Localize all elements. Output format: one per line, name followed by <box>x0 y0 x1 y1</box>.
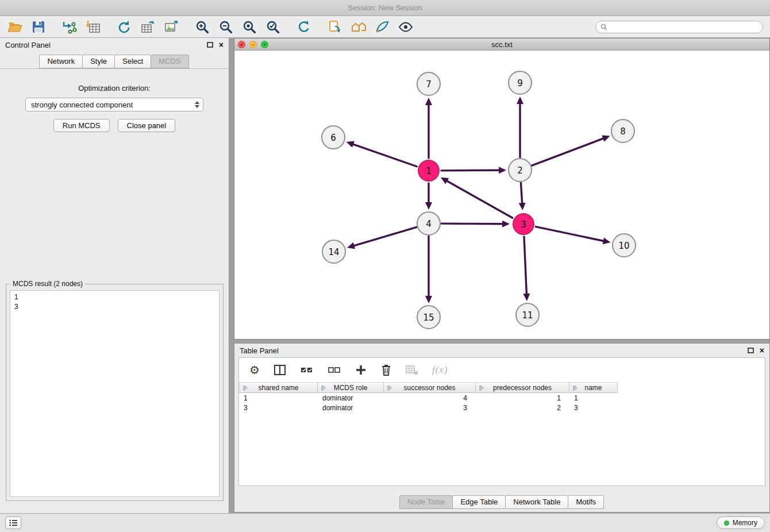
minimize-window-button[interactable]: − <box>249 41 257 48</box>
home-layout-icon[interactable] <box>351 19 367 35</box>
graph-edge-2-8[interactable] <box>532 138 605 165</box>
column-header-successor-nodes[interactable]: successor nodes <box>384 382 476 393</box>
tab-style[interactable]: Style <box>82 55 115 68</box>
graph-node-label: 15 <box>423 313 434 323</box>
graph-edge-arrow <box>517 97 523 104</box>
graph-node-label: 3 <box>521 219 526 230</box>
graph-edge-arrow <box>523 294 530 301</box>
clone-network-icon[interactable] <box>327 19 343 35</box>
control-panel-header: Control Panel × <box>0 38 229 52</box>
memory-button[interactable]: Memory <box>717 516 765 529</box>
graph-node-label: 1 <box>426 166 432 176</box>
export-table-icon[interactable] <box>140 19 156 35</box>
close-window-button[interactable]: × <box>238 41 245 48</box>
graph-edge-3-10[interactable] <box>536 227 605 241</box>
table-cell: 3 <box>384 404 476 412</box>
graph-edge-arrow <box>602 136 610 142</box>
control-panel: Control Panel × NetworkStyleSelectMCDS O… <box>0 38 229 513</box>
graph-edge-arrow <box>346 141 355 148</box>
sort-icon <box>572 385 578 391</box>
tab-network[interactable]: Network <box>39 55 83 68</box>
table-panel-title: Table Panel <box>240 346 279 355</box>
eye-icon[interactable] <box>398 19 414 35</box>
graph-edge-4-3[interactable] <box>441 223 503 224</box>
table-cell: 2 <box>476 404 569 412</box>
control-panel-float-icon[interactable] <box>207 42 213 48</box>
tab-edge-table[interactable]: Edge Table <box>452 495 506 509</box>
zoom-selected-icon[interactable] <box>265 19 281 35</box>
network-canvas[interactable]: 7968124314101511 <box>234 51 769 339</box>
column-header-mcds-role[interactable]: MCDS role <box>318 382 384 393</box>
table-row[interactable]: 3dominator323 <box>239 403 765 413</box>
table-toolbar: ⚙ f(x) <box>239 358 765 382</box>
optimization-criterion-select[interactable]: strongly connected component <box>25 98 203 111</box>
refresh-view-icon[interactable] <box>296 19 312 35</box>
graph-edge-2-3[interactable] <box>521 183 522 204</box>
tab-mcds[interactable]: MCDS <box>151 55 188 68</box>
mcds-result-text[interactable]: 1 3 <box>10 290 220 497</box>
maximize-window-button[interactable]: + <box>261 41 268 48</box>
column-header-name[interactable]: name <box>569 382 618 393</box>
mcds-result-title: MCDS result (2 nodes) <box>10 280 85 288</box>
graph-node-label: 2 <box>517 165 523 176</box>
close-mcds-panel-button[interactable]: Close panel <box>118 119 176 132</box>
tab-node-table[interactable]: Node Table <box>399 495 453 509</box>
graph-edge-arrow <box>603 237 611 244</box>
tab-select[interactable]: Select <box>114 55 151 68</box>
graph-edge-arrow <box>425 296 432 303</box>
node-table-area: ⚙ f(x) shared nameMCDS rolesuccessor nod… <box>238 357 765 486</box>
export-network-icon[interactable] <box>116 19 132 35</box>
apply-style-icon[interactable] <box>374 19 390 35</box>
column-header-shared-name[interactable]: shared name <box>239 382 318 393</box>
graph-edge-4-14[interactable] <box>353 227 417 246</box>
zoom-tool-group <box>194 19 281 35</box>
column-header-predecessor-nodes[interactable]: predecessor nodes <box>476 382 569 393</box>
graph-edge-3-11[interactable] <box>524 237 526 295</box>
node-table-rows: 1dominator4113dominator323 <box>239 393 765 413</box>
graph-node-label: 9 <box>517 78 523 88</box>
search-field[interactable] <box>595 21 763 33</box>
graph-edge-3-1[interactable] <box>446 180 512 218</box>
zoom-in-icon[interactable] <box>194 19 210 35</box>
table-panel-header: Table Panel × <box>234 344 769 357</box>
graph-edge-1-6[interactable] <box>352 144 417 167</box>
network-window-titlebar[interactable]: × − + scc.txt <box>234 38 769 51</box>
table-row[interactable]: 1dominator411 <box>239 393 765 403</box>
table-cell: 3 <box>239 404 318 412</box>
run-mcds-button[interactable]: Run MCDS <box>53 119 110 132</box>
function-builder-icon: f(x) <box>432 364 448 376</box>
panel-selector-button[interactable] <box>5 516 21 529</box>
sort-icon <box>242 385 248 391</box>
graph-edge-arrow <box>425 202 432 210</box>
show-columns-icon[interactable] <box>274 364 286 376</box>
table-cell: 1 <box>476 394 569 402</box>
mcds-result-groupbox: MCDS result (2 nodes) 1 3 <box>6 284 224 501</box>
import-network-icon[interactable] <box>61 19 78 35</box>
table-cell: dominator <box>318 404 384 412</box>
zoom-out-icon[interactable] <box>218 19 234 35</box>
select-all-rows-icon[interactable] <box>300 364 314 376</box>
open-session-icon[interactable] <box>7 19 23 35</box>
refresh-tool-group <box>296 19 312 35</box>
export-image-icon[interactable] <box>163 19 179 35</box>
add-column-icon[interactable] <box>355 364 367 376</box>
deselect-all-rows-icon[interactable] <box>328 364 341 376</box>
export-tool-group <box>116 19 179 35</box>
graph-edge-1-2[interactable] <box>441 170 500 171</box>
table-settings-gear-icon[interactable]: ⚙ <box>249 364 260 376</box>
search-input[interactable] <box>610 23 758 31</box>
table-panel-close-icon[interactable]: × <box>760 346 764 354</box>
optimization-criterion-label: Optimization criterion: <box>0 84 229 92</box>
zoom-fit-icon[interactable] <box>241 19 257 35</box>
import-table-icon[interactable] <box>85 19 101 35</box>
tab-motifs[interactable]: Motifs <box>568 495 604 509</box>
tab-network-table[interactable]: Network Table <box>505 495 568 509</box>
control-panel-title: Control Panel <box>5 41 51 49</box>
mcds-button-row: Run MCDS Close panel <box>0 119 229 132</box>
table-panel-float-icon[interactable] <box>748 348 754 353</box>
delete-column-trash-icon[interactable] <box>380 364 392 376</box>
save-session-icon[interactable] <box>30 19 47 35</box>
session-title-bar: Session: New Session <box>0 0 770 16</box>
control-panel-close-icon[interactable]: × <box>219 41 224 49</box>
graph-node-label: 10 <box>618 241 629 251</box>
